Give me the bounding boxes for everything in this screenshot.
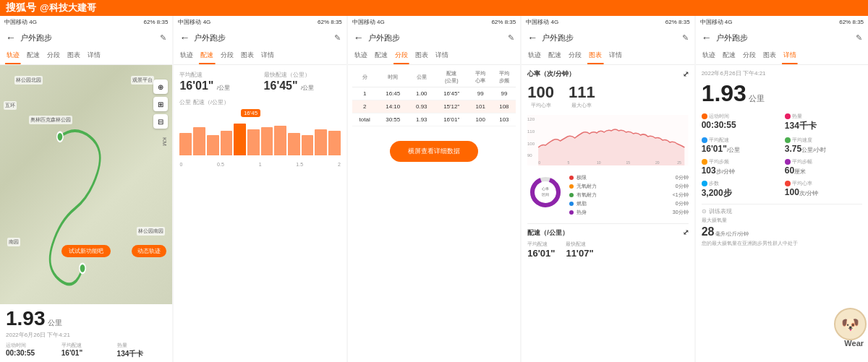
bar-1	[179, 133, 192, 155]
detail-icon-1	[785, 113, 791, 119]
stat-calories: 热量 134千卡	[117, 342, 167, 359]
tab-pace-5[interactable]: 配速	[719, 48, 739, 64]
tab-pace-3[interactable]: 配速	[371, 48, 391, 64]
nav-bar-5: ← 户外跑步 ✎	[696, 27, 868, 48]
pace-header-stats: 平均配速 16'01" /公里 最快配速（公里） 16'45" /公里	[179, 71, 340, 92]
zoom-out-btn[interactable]: ⊟	[153, 114, 168, 129]
tab-chart-1[interactable]: 图表	[64, 48, 84, 64]
back-arrow-1[interactable]: ←	[6, 32, 16, 43]
pace-section-4: 配速（/公里） ⤢ 平均配速 16'01" 最快配速 11'07"	[527, 223, 688, 259]
tab-pace-4[interactable]: 配速	[545, 48, 565, 64]
zone-name-4: 燃脂	[576, 200, 587, 207]
tab-track-1[interactable]: 轨迹	[3, 48, 23, 64]
layers-btn[interactable]: ⊞	[153, 97, 168, 111]
tab-segment-3[interactable]: 分段	[391, 48, 412, 64]
edit-icon-3[interactable]: ✎	[508, 33, 514, 43]
tab-chart-4[interactable]: 图表	[585, 48, 605, 64]
col-km: 公里	[409, 68, 434, 87]
tab-track-5[interactable]: 轨迹	[699, 48, 719, 64]
cell-pace-t: 16'01"	[435, 113, 469, 126]
tab-chart-5[interactable]: 图表	[760, 48, 780, 64]
bar-9	[288, 133, 300, 155]
tab-segment-5[interactable]: 分段	[739, 48, 760, 64]
expand-pace-icon[interactable]: ⤢	[683, 228, 689, 238]
see-detail-btn[interactable]: 横屏查看详细数据	[390, 141, 478, 162]
cell-cadence-t: 103	[493, 113, 516, 126]
zone-dot-2	[569, 184, 574, 189]
battery-3: 62% 8:35	[491, 19, 516, 25]
cell-km-1: 1.00	[409, 87, 434, 100]
avg-pace-stat: 平均配速 16'01" /公里	[179, 71, 256, 92]
tab-track-2[interactable]: 轨迹	[176, 48, 197, 64]
back-arrow-3[interactable]: ←	[354, 32, 364, 43]
svg-text:10: 10	[597, 160, 601, 165]
tab-detail-2[interactable]: 详情	[258, 48, 278, 64]
edit-icon-4[interactable]: ✎	[682, 33, 689, 43]
tab-detail-1[interactable]: 详情	[84, 48, 104, 64]
avg-pace-label: 平均配速	[179, 71, 256, 79]
signal-5: 中国移动 4G	[700, 18, 733, 26]
tab-chart-3[interactable]: 图表	[412, 48, 432, 64]
location-btn[interactable]: ⊕	[153, 79, 168, 94]
zone-dot-1	[569, 176, 574, 180]
avg-hr-stat: 100 平均心率	[527, 83, 554, 109]
hr-stats-row: 100 平均心率 111 最大心率	[527, 83, 688, 109]
zone-item-2: 无氧耐力 0分钟	[569, 183, 688, 190]
detail-distance-num: 1.93	[702, 80, 746, 107]
best-pace-section: 最快配速 11'07"	[566, 241, 593, 259]
avg-hr-value: 100	[527, 83, 554, 102]
tab-track-4[interactable]: 轨迹	[524, 48, 545, 64]
tab-detail-5[interactable]: 详情	[780, 48, 800, 64]
detail-item-1: 热量 134千卡	[785, 113, 862, 132]
back-arrow-2[interactable]: ←	[179, 32, 190, 43]
detail-item-5: 平均步幅 60厘米	[785, 158, 862, 176]
tab-bar-5: 轨迹 配速 分段 图表 详情	[696, 48, 868, 65]
edit-icon-2[interactable]: ✎	[334, 33, 341, 43]
svg-text:心率: 心率	[541, 186, 549, 191]
hr-zone-list: 极限 0分钟 无氧耐力 0分钟 有氧耐力 <1分钟	[569, 174, 688, 217]
tab-detail-4[interactable]: 详情	[605, 48, 626, 64]
zone-name-3: 有氧耐力	[576, 191, 597, 199]
tab-segment-2[interactable]: 分段	[217, 48, 237, 64]
bar-10	[302, 135, 314, 156]
tab-pace-2[interactable]: 配速	[197, 48, 217, 64]
platform-logo: 搜狐号	[6, 1, 36, 14]
signal-4: 中国移动 4G	[526, 18, 558, 26]
expand-icon-4[interactable]: ⤢	[683, 70, 689, 78]
hr-donut-chart: 心率 区间	[527, 174, 563, 210]
training-unit: 毫升/公斤/分钟	[715, 230, 749, 238]
tab-segment-1[interactable]: 分段	[43, 48, 64, 64]
detail-value-5: 60厘米	[785, 165, 862, 176]
bar-container	[179, 118, 340, 155]
panel-track: 中国移动 4G 62% 8:35 ← 户外跑步 ✎ 轨迹 配速 分段 图表 详情…	[0, 16, 172, 362]
detail-icon-4	[702, 159, 707, 165]
detail-icon-7	[785, 181, 791, 186]
tab-chart-2[interactable]: 图表	[237, 48, 258, 64]
edit-icon-5[interactable]: ✎	[856, 33, 862, 43]
detail-label-2: 平均配速	[702, 137, 779, 144]
avg-pace-unit: /公里	[217, 85, 230, 91]
detail-item-7: 平均心率 100次/分钟	[785, 180, 862, 199]
battery-4: 62% 8:35	[665, 19, 690, 25]
back-arrow-4[interactable]: ←	[527, 32, 537, 43]
detail-icon-0	[702, 113, 707, 119]
dynamic-track-btn[interactable]: 动态轨迹	[132, 245, 166, 257]
back-arrow-5[interactable]: ←	[702, 32, 712, 43]
tab-segment-4[interactable]: 分段	[565, 48, 585, 64]
svg-text:100: 100	[527, 142, 535, 146]
avg-pace-section-value: 16'01"	[527, 248, 555, 259]
hr-chart-svg: 120 110 100 90 0 5 10 15 20 25 时间(分钟)	[527, 115, 688, 165]
edit-icon-1[interactable]: ✎	[160, 33, 166, 43]
tab-pace-1[interactable]: 配速	[23, 48, 43, 64]
detail-distance-unit: 公里	[749, 93, 765, 104]
zone-time-3: <1分钟	[673, 191, 689, 199]
signal-3: 中国移动 4G	[352, 18, 385, 26]
tab-detail-3[interactable]: 详情	[432, 48, 452, 64]
avg-pace-value-row: 16'01" /公里	[179, 79, 256, 92]
try-feature-btn[interactable]: 试试新功能吧	[61, 245, 111, 257]
tab-bar-4: 轨迹 配速 分段 图表 详情	[522, 48, 694, 65]
tab-track-3[interactable]: 轨迹	[351, 48, 371, 64]
detail-label-5: 平均步幅	[785, 158, 862, 165]
nav-title-1: 户外跑步	[20, 33, 52, 43]
detail-item-2: 平均配速 16'01"/公里	[702, 137, 779, 154]
